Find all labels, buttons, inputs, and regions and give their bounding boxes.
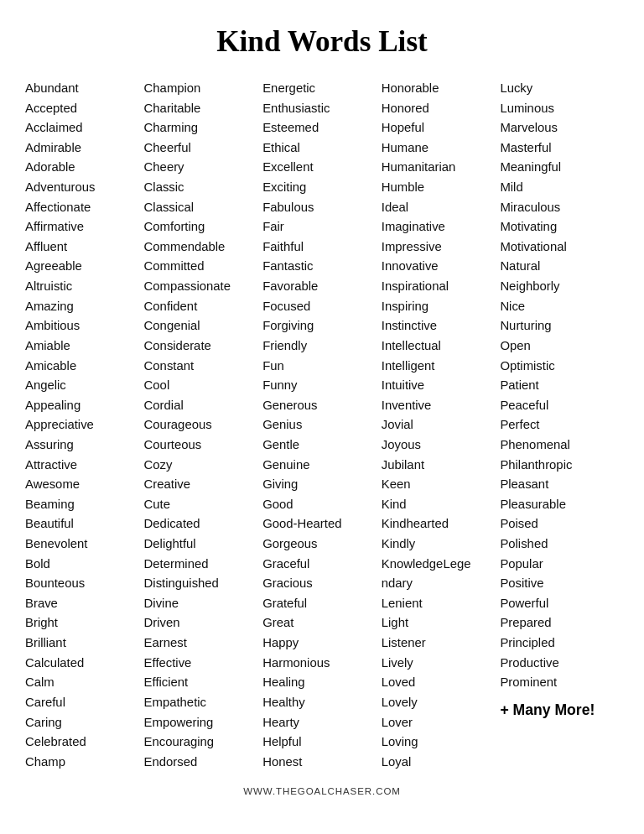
list-item: Good: [262, 495, 382, 514]
list-item: Accepted: [25, 99, 144, 118]
column-2: ChampionCharitableCharmingCheerfulCheery…: [144, 79, 263, 771]
list-item: Funny: [262, 376, 382, 395]
list-item: Intellectual: [382, 336, 501, 356]
list-item: Fun: [262, 357, 382, 376]
list-item: Honored: [382, 99, 501, 118]
list-item: Lenient: [382, 594, 501, 613]
list-item: Beaming: [25, 495, 144, 514]
list-item: Faithful: [262, 237, 382, 257]
footer-url: WWW.THEGOALCHASER.COM: [25, 786, 619, 796]
list-item: Admirable: [25, 138, 144, 158]
list-item: Creative: [144, 475, 263, 494]
list-item: Genuine: [262, 456, 382, 475]
list-item: Encouraging: [144, 732, 263, 752]
list-item: Lively: [382, 654, 501, 673]
list-item: Amiable: [25, 336, 144, 356]
list-item: Pleasurable: [500, 495, 619, 514]
list-item: Loyal: [382, 753, 501, 772]
list-item: Miraculous: [500, 198, 619, 217]
list-item: Kind: [382, 495, 501, 514]
list-item: Angelic: [25, 376, 144, 395]
list-item: Loving: [382, 732, 501, 752]
list-item: Ambitious: [25, 316, 144, 336]
list-item: Innovative: [382, 257, 501, 276]
list-item: Adorable: [25, 158, 144, 177]
list-item: Listener: [382, 633, 501, 653]
list-item: Gentle: [262, 435, 382, 455]
list-item: Brave: [25, 594, 144, 613]
list-item: Cute: [144, 495, 263, 514]
list-item: Champ: [25, 753, 144, 772]
list-item: Gorgeous: [262, 534, 382, 554]
list-item: Divine: [144, 594, 263, 613]
list-item: Calm: [25, 673, 144, 692]
list-item: Energetic: [262, 79, 382, 98]
list-item: Classical: [144, 198, 263, 217]
list-item: Perfect: [500, 415, 619, 435]
list-item: Inventive: [382, 396, 501, 415]
list-item: Loved: [382, 673, 501, 692]
column-5: LuckyLuminousMarvelousMasterfulMeaningfu…: [500, 79, 619, 719]
list-item: Cordial: [144, 396, 263, 415]
list-item: Motivational: [500, 237, 619, 257]
list-item: Bright: [25, 613, 144, 633]
list-item: Harmonious: [262, 654, 382, 673]
list-item: Courteous: [144, 435, 263, 455]
list-item: Dedicated: [144, 514, 263, 534]
list-item: Hearty: [262, 713, 382, 732]
column-3: EnergeticEnthusiasticEsteemedEthicalExce…: [262, 79, 382, 771]
list-item: Bold: [25, 555, 144, 574]
list-item: Attractive: [25, 456, 144, 475]
list-item: Happy: [262, 633, 382, 653]
list-item: Adventurous: [25, 178, 144, 197]
list-item: Affluent: [25, 237, 144, 257]
list-item: Poised: [500, 514, 619, 534]
list-item: Esteemed: [262, 118, 382, 138]
list-item: Agreeable: [25, 257, 144, 276]
list-item: Powerful: [500, 594, 619, 613]
list-item: Luminous: [500, 99, 619, 118]
list-item: KnowledgeLege: [382, 555, 501, 574]
list-item: Prepared: [500, 613, 619, 633]
list-item: Appealing: [25, 396, 144, 415]
list-item: Caring: [25, 713, 144, 732]
list-item: Endorsed: [144, 753, 263, 772]
list-item: Light: [382, 613, 501, 633]
list-item: Fantastic: [262, 257, 382, 276]
list-item: Fair: [262, 217, 382, 237]
list-item: Joyous: [382, 435, 501, 455]
list-item: Honorable: [382, 79, 501, 98]
list-item: Comforting: [144, 217, 263, 237]
list-item: Assuring: [25, 435, 144, 455]
list-item: Healthy: [262, 693, 382, 712]
list-item: Celebrated: [25, 732, 144, 752]
list-item: Bounteous: [25, 574, 144, 593]
list-item: Instinctive: [382, 316, 501, 336]
list-item: Altruistic: [25, 277, 144, 296]
list-item: Excellent: [262, 158, 382, 177]
list-item: Marvelous: [500, 118, 619, 138]
list-item: Abundant: [25, 79, 144, 98]
list-item: Humane: [382, 138, 501, 158]
list-item: Hopeful: [382, 118, 501, 138]
list-item: Charming: [144, 118, 263, 138]
list-item: Driven: [144, 613, 263, 633]
list-item: Charitable: [144, 99, 263, 118]
list-item: Inspiring: [382, 297, 501, 316]
list-item: Affectionate: [25, 198, 144, 217]
list-item: Humble: [382, 178, 501, 197]
list-item: Optimistic: [500, 357, 619, 376]
list-item: Impressive: [382, 237, 501, 257]
list-item: Neighborly: [500, 277, 619, 296]
list-item: Phenomenal: [500, 435, 619, 455]
list-item: Nice: [500, 297, 619, 316]
list-item: Classic: [144, 178, 263, 197]
list-item: Empathetic: [144, 693, 263, 712]
list-item: Meaningful: [500, 158, 619, 177]
list-item: Careful: [25, 693, 144, 712]
list-item: Giving: [262, 475, 382, 494]
list-item: Peaceful: [500, 396, 619, 415]
page-title: Kind Words List: [25, 25, 619, 59]
list-item: Genius: [262, 415, 382, 435]
list-item: Compassionate: [144, 277, 263, 296]
